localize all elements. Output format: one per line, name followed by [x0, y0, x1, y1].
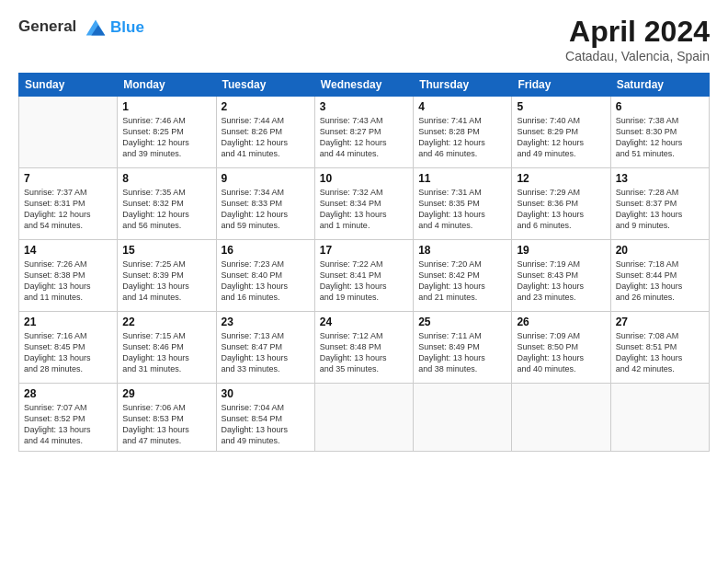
day-info: Sunrise: 7:25 AMSunset: 8:39 PMDaylight:… [122, 259, 210, 304]
day-cell [19, 97, 118, 168]
logo-blue: Blue [110, 18, 144, 37]
page: General Blue April 2024 Catadau, Valenci… [0, 0, 728, 563]
week-row-5: 28Sunrise: 7:07 AMSunset: 8:52 PMDayligh… [19, 384, 710, 452]
day-info: Sunrise: 7:31 AMSunset: 8:35 PMDaylight:… [418, 187, 506, 232]
day-number: 21 [24, 316, 112, 328]
day-number: 9 [222, 172, 310, 185]
day-number: 24 [320, 316, 408, 328]
day-number: 8 [122, 172, 210, 185]
day-number: 23 [222, 316, 310, 328]
day-cell: 10Sunrise: 7:32 AMSunset: 8:34 PMDayligh… [314, 168, 413, 240]
day-number: 2 [222, 100, 310, 113]
day-cell: 26Sunrise: 7:09 AMSunset: 8:50 PMDayligh… [512, 312, 610, 384]
day-number: 11 [418, 172, 506, 185]
day-info: Sunrise: 7:12 AMSunset: 8:48 PMDaylight:… [320, 330, 408, 375]
day-cell [414, 384, 512, 452]
day-number: 25 [418, 316, 506, 328]
day-number: 12 [517, 172, 605, 185]
header-cell-monday: Monday [118, 74, 216, 97]
header-cell-saturday: Saturday [610, 74, 709, 97]
day-number: 3 [320, 100, 408, 113]
day-number: 19 [517, 244, 605, 257]
day-info: Sunrise: 7:37 AMSunset: 8:31 PMDaylight:… [24, 187, 112, 232]
day-number: 5 [517, 100, 605, 113]
day-cell [512, 384, 610, 452]
day-cell: 30Sunrise: 7:04 AMSunset: 8:54 PMDayligh… [216, 384, 314, 452]
day-info: Sunrise: 7:41 AMSunset: 8:28 PMDaylight:… [418, 115, 506, 160]
day-number: 14 [24, 244, 112, 257]
logo: General Blue [18, 15, 144, 40]
day-cell: 21Sunrise: 7:16 AMSunset: 8:45 PMDayligh… [19, 312, 118, 384]
month-title: April 2024 [565, 15, 710, 49]
day-info: Sunrise: 7:13 AMSunset: 8:47 PMDaylight:… [222, 330, 310, 375]
day-number: 6 [616, 100, 704, 113]
week-row-3: 14Sunrise: 7:26 AMSunset: 8:38 PMDayligh… [19, 240, 710, 312]
day-info: Sunrise: 7:11 AMSunset: 8:49 PMDaylight:… [418, 330, 506, 375]
day-info: Sunrise: 7:16 AMSunset: 8:45 PMDaylight:… [24, 330, 112, 375]
day-number: 28 [24, 387, 112, 400]
header-cell-tuesday: Tuesday [216, 74, 314, 97]
day-cell: 6Sunrise: 7:38 AMSunset: 8:30 PMDaylight… [610, 97, 709, 168]
day-cell: 1Sunrise: 7:46 AMSunset: 8:25 PMDaylight… [118, 97, 216, 168]
day-info: Sunrise: 7:09 AMSunset: 8:50 PMDaylight:… [517, 330, 605, 375]
day-info: Sunrise: 7:46 AMSunset: 8:25 PMDaylight:… [122, 115, 210, 160]
day-cell: 15Sunrise: 7:25 AMSunset: 8:39 PMDayligh… [118, 240, 216, 312]
day-number: 17 [320, 244, 408, 257]
day-cell: 16Sunrise: 7:23 AMSunset: 8:40 PMDayligh… [216, 240, 314, 312]
day-cell: 28Sunrise: 7:07 AMSunset: 8:52 PMDayligh… [19, 384, 118, 452]
day-info: Sunrise: 7:23 AMSunset: 8:40 PMDaylight:… [222, 259, 310, 304]
day-cell: 23Sunrise: 7:13 AMSunset: 8:47 PMDayligh… [216, 312, 314, 384]
day-info: Sunrise: 7:07 AMSunset: 8:52 PMDaylight:… [24, 402, 112, 447]
day-info: Sunrise: 7:04 AMSunset: 8:54 PMDaylight:… [222, 402, 310, 447]
calendar-body: 1Sunrise: 7:46 AMSunset: 8:25 PMDaylight… [19, 97, 710, 452]
day-cell: 13Sunrise: 7:28 AMSunset: 8:37 PMDayligh… [610, 168, 709, 240]
day-number: 20 [616, 244, 704, 257]
day-number: 27 [616, 316, 704, 328]
day-number: 22 [122, 316, 210, 328]
day-info: Sunrise: 7:19 AMSunset: 8:43 PMDaylight:… [517, 259, 605, 304]
day-cell: 12Sunrise: 7:29 AMSunset: 8:36 PMDayligh… [512, 168, 610, 240]
day-cell: 29Sunrise: 7:06 AMSunset: 8:53 PMDayligh… [118, 384, 216, 452]
day-cell: 27Sunrise: 7:08 AMSunset: 8:51 PMDayligh… [610, 312, 709, 384]
day-number: 10 [320, 172, 408, 185]
day-number: 15 [122, 244, 210, 257]
week-row-2: 7Sunrise: 7:37 AMSunset: 8:31 PMDaylight… [19, 168, 710, 240]
day-number: 18 [418, 244, 506, 257]
day-info: Sunrise: 7:28 AMSunset: 8:37 PMDaylight:… [616, 187, 704, 232]
logo-icon [83, 15, 108, 40]
calendar-table: SundayMondayTuesdayWednesdayThursdayFrid… [18, 73, 710, 452]
day-cell: 17Sunrise: 7:22 AMSunset: 8:41 PMDayligh… [314, 240, 413, 312]
day-cell: 11Sunrise: 7:31 AMSunset: 8:35 PMDayligh… [414, 168, 512, 240]
header-cell-sunday: Sunday [19, 74, 118, 97]
day-info: Sunrise: 7:34 AMSunset: 8:33 PMDaylight:… [222, 187, 310, 232]
calendar-header: SundayMondayTuesdayWednesdayThursdayFrid… [19, 74, 710, 97]
day-cell: 2Sunrise: 7:44 AMSunset: 8:26 PMDaylight… [216, 97, 314, 168]
day-number: 7 [24, 172, 112, 185]
day-info: Sunrise: 7:20 AMSunset: 8:42 PMDaylight:… [418, 259, 506, 304]
day-cell: 20Sunrise: 7:18 AMSunset: 8:44 PMDayligh… [610, 240, 709, 312]
day-info: Sunrise: 7:26 AMSunset: 8:38 PMDaylight:… [24, 259, 112, 304]
week-row-4: 21Sunrise: 7:16 AMSunset: 8:45 PMDayligh… [19, 312, 710, 384]
logo-text: General [18, 15, 108, 40]
day-info: Sunrise: 7:06 AMSunset: 8:53 PMDaylight:… [122, 402, 210, 447]
day-info: Sunrise: 7:32 AMSunset: 8:34 PMDaylight:… [320, 187, 408, 232]
day-info: Sunrise: 7:44 AMSunset: 8:26 PMDaylight:… [222, 115, 310, 160]
day-number: 16 [222, 244, 310, 257]
day-info: Sunrise: 7:40 AMSunset: 8:29 PMDaylight:… [517, 115, 605, 160]
header-row: SundayMondayTuesdayWednesdayThursdayFrid… [19, 74, 710, 97]
day-cell: 18Sunrise: 7:20 AMSunset: 8:42 PMDayligh… [414, 240, 512, 312]
header-cell-wednesday: Wednesday [314, 74, 413, 97]
title-block: April 2024 Catadau, Valencia, Spain [565, 15, 710, 63]
day-cell [610, 384, 709, 452]
day-cell: 19Sunrise: 7:19 AMSunset: 8:43 PMDayligh… [512, 240, 610, 312]
day-info: Sunrise: 7:22 AMSunset: 8:41 PMDaylight:… [320, 259, 408, 304]
day-info: Sunrise: 7:18 AMSunset: 8:44 PMDaylight:… [616, 259, 704, 304]
day-cell: 4Sunrise: 7:41 AMSunset: 8:28 PMDaylight… [414, 97, 512, 168]
day-number: 30 [222, 387, 310, 400]
day-cell: 9Sunrise: 7:34 AMSunset: 8:33 PMDaylight… [216, 168, 314, 240]
day-info: Sunrise: 7:38 AMSunset: 8:30 PMDaylight:… [616, 115, 704, 160]
day-cell: 7Sunrise: 7:37 AMSunset: 8:31 PMDaylight… [19, 168, 118, 240]
day-cell: 8Sunrise: 7:35 AMSunset: 8:32 PMDaylight… [118, 168, 216, 240]
day-cell: 5Sunrise: 7:40 AMSunset: 8:29 PMDaylight… [512, 97, 610, 168]
day-cell [314, 384, 413, 452]
